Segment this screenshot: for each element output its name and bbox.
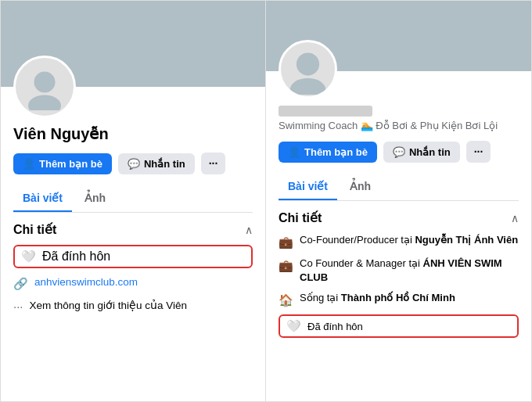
right-chevron-icon[interactable]: ∧ xyxy=(511,212,519,224)
right-details-header: Chi tiết ∧ xyxy=(279,210,519,225)
right-detail-2: 💼 Co Founder & Manager tại ÁNH VIÊN SWIM… xyxy=(279,257,519,285)
left-cover-photo xyxy=(1,1,265,87)
right-detail-1-bold: Nguyễn Thị Ánh Viên xyxy=(415,234,518,246)
left-website-text[interactable]: anhvienswimclub.com xyxy=(34,276,138,288)
right-heart-icon: 🤍 xyxy=(286,319,301,333)
right-detail-3-bold: Thành phố Hồ Chí Minh xyxy=(341,292,455,303)
right-person-add-icon: 👤 xyxy=(288,146,300,158)
left-profile-panel: Viên Nguyễn 👤 Thêm bạn bè 💬 Nhắn tin ···… xyxy=(1,1,266,401)
right-add-friend-button[interactable]: 👤 Thêm bạn bè xyxy=(279,142,377,163)
left-chevron-icon[interactable]: ∧ xyxy=(245,224,253,236)
right-detail-3-before: Sống tại xyxy=(300,292,341,303)
right-name-blurred xyxy=(279,106,372,117)
left-engaged-item: 🤍 Đã đính hôn xyxy=(13,245,253,268)
left-tab-photos[interactable]: Ảnh xyxy=(75,185,115,212)
right-detail-1-before: Co-Founder/Producer tại xyxy=(300,234,415,246)
right-cover-photo xyxy=(266,1,531,71)
left-action-buttons: 👤 Thêm bạn bè 💬 Nhắn tin ··· xyxy=(13,153,253,174)
right-briefcase-icon-1: 💼 xyxy=(279,234,293,250)
right-detail-3: 🏠 Sống tại Thành phố Hồ Chí Minh xyxy=(279,291,519,308)
right-messenger-icon: 💬 xyxy=(393,146,405,158)
right-tab-photos[interactable]: Ảnh xyxy=(340,174,380,200)
svg-point-1 xyxy=(28,95,61,111)
left-section-title: Chi tiết xyxy=(13,222,56,237)
left-avatar xyxy=(13,56,76,118)
right-action-buttons: 👤 Thêm bạn bè 💬 Nhắn tin ··· xyxy=(279,141,519,163)
right-tab-posts[interactable]: Bài viết xyxy=(279,174,337,200)
left-intro-item: ··· Xem thông tin giới thiệu của Viên xyxy=(13,299,253,313)
svg-point-3 xyxy=(290,78,326,95)
right-avatar xyxy=(279,40,337,99)
left-website-item: 🔗 anhvienswimclub.com xyxy=(13,276,253,291)
right-message-button[interactable]: 💬 Nhắn tin xyxy=(383,142,460,163)
left-link-icon: 🔗 xyxy=(13,277,28,291)
right-tabs: Bài viết Ảnh xyxy=(279,174,519,201)
right-content: Swimming Coach 🏊 Đỗ Bơi & Phụ Kiện Bơi L… xyxy=(266,71,531,350)
right-engaged-text: Đã đính hôn xyxy=(307,321,363,332)
right-briefcase-icon-2: 💼 xyxy=(279,257,293,274)
right-engaged-item: 🤍 Đã đính hôn xyxy=(279,314,519,338)
left-user-name: Viên Nguyễn xyxy=(13,124,253,143)
right-detail-1: 💼 Co-Founder/Producer tại Nguyễn Thị Ánh… xyxy=(279,233,519,250)
right-more-button[interactable]: ··· xyxy=(466,141,491,163)
left-message-button[interactable]: 💬 Nhắn tin xyxy=(118,153,195,174)
left-tabs: Bài viết Ảnh xyxy=(13,185,253,213)
messenger-icon: 💬 xyxy=(128,158,140,170)
left-heart-icon: 🤍 xyxy=(21,249,36,264)
left-content: Viên Nguyễn 👤 Thêm bạn bè 💬 Nhắn tin ···… xyxy=(1,87,265,333)
left-tab-posts[interactable]: Bài viết xyxy=(13,185,72,212)
svg-point-0 xyxy=(34,72,56,93)
right-subtitle: Swimming Coach 🏊 Đỗ Bơi & Phụ Kiện Bơi L… xyxy=(279,120,519,131)
left-dots-icon: ··· xyxy=(13,300,23,313)
left-intro-text: Xem thông tin giới thiệu của Viên xyxy=(30,299,188,311)
right-section-title: Chi tiết xyxy=(279,210,322,225)
left-details-header: Chi tiết ∧ xyxy=(13,222,253,237)
left-engaged-text: Đã đính hôn xyxy=(42,249,110,264)
left-more-button[interactable]: ··· xyxy=(201,153,226,174)
right-profile-panel: Swimming Coach 🏊 Đỗ Bơi & Phụ Kiện Bơi L… xyxy=(266,1,531,401)
right-home-icon: 🏠 xyxy=(279,292,293,308)
svg-point-2 xyxy=(297,52,319,75)
right-detail-2-before: Co Founder & Manager tại xyxy=(300,257,423,269)
person-add-icon: 👤 xyxy=(23,158,35,170)
left-add-friend-button[interactable]: 👤 Thêm bạn bè xyxy=(13,153,112,174)
